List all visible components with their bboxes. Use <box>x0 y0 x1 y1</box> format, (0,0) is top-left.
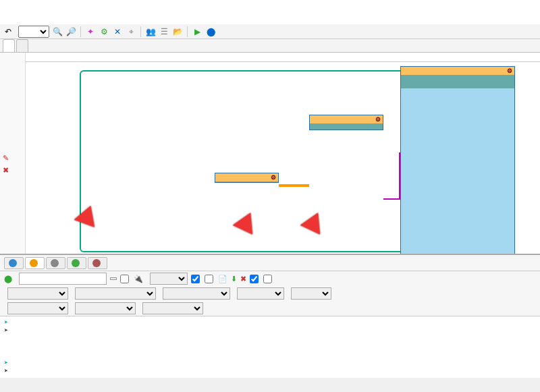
window-title <box>0 0 540 12</box>
tab-serial[interactable] <box>46 257 65 269</box>
main-toolbar: ↶ 🔍 🔎 ✦ ⚙ ✕ ⌖ 👥 ☰ 📂 ▶ ⬤ <box>0 24 540 39</box>
console-icon: ➤ <box>4 319 12 327</box>
board-more-button[interactable] <box>110 277 117 280</box>
gear-icon[interactable]: ⚙ <box>375 116 381 123</box>
console-icon: ➤ <box>4 360 12 367</box>
tool-icon[interactable]: ✖ <box>240 275 246 283</box>
console-icon: ➤ <box>4 368 12 375</box>
tab-help[interactable] <box>4 257 24 269</box>
editor-tabs <box>0 39 540 53</box>
gear-icon[interactable]: ⚙ <box>271 174 276 181</box>
ruler-horizontal <box>26 53 540 62</box>
back-icon[interactable]: ↶ <box>3 26 14 37</box>
tab-libraries[interactable] <box>88 257 107 269</box>
wire <box>383 152 400 200</box>
zoom-select[interactable] <box>18 26 49 38</box>
flashmode-select[interactable] <box>237 287 284 300</box>
sidebar-tool-icon[interactable]: ✎ <box>3 154 12 163</box>
tab-code[interactable] <box>16 39 28 52</box>
tab-platforms[interactable] <box>67 257 86 269</box>
flashfreq-select[interactable] <box>291 287 331 300</box>
design-canvas[interactable]: ⚙ ⚙ ⚙ <box>26 53 540 254</box>
coredbg-select[interactable] <box>142 302 203 314</box>
bottom-panel: ⬤ 🔌 📄 ⬇ ✖ ➤ ➤ <box>0 254 540 378</box>
tool-icon-8[interactable]: ▶ <box>192 26 202 37</box>
flashsize-select[interactable] <box>7 302 68 314</box>
block-httpclient[interactable]: ⚙ <box>309 115 383 130</box>
tool-icon-6[interactable]: ☰ <box>159 26 169 37</box>
tool-icon-1[interactable]: ✦ <box>85 26 96 37</box>
menubar <box>0 12 540 24</box>
tool-icon-9[interactable]: ⬤ <box>205 26 216 37</box>
help-icon <box>9 259 17 267</box>
tool-icon-4[interactable]: ⌖ <box>126 26 136 37</box>
tool-icon[interactable]: ⬇ <box>231 275 237 283</box>
wire <box>279 184 309 187</box>
block-ttgo-esp32[interactable]: ⚙ <box>400 66 515 254</box>
build-row-3 <box>0 301 540 316</box>
tab-main[interactable] <box>3 39 15 52</box>
tool-icon[interactable]: 📄 <box>218 275 227 283</box>
libraries-icon <box>92 259 101 267</box>
board-field[interactable] <box>19 273 107 285</box>
autoscroll-checkbox[interactable] <box>250 275 259 283</box>
sidebar-tool-icon[interactable]: ✖ <box>3 166 12 175</box>
block-clockgenerator[interactable]: ⚙ <box>215 173 279 183</box>
zoom-out-icon[interactable]: 🔎 <box>65 26 76 37</box>
tool-icon-3[interactable]: ✕ <box>112 26 123 37</box>
console-icon: ➤ <box>4 327 12 335</box>
build-console: ➤ ➤ ➤ ➤ <box>0 316 540 378</box>
build-icon <box>30 259 38 267</box>
left-sidebar: ✎ ✖ <box>0 53 26 254</box>
build-row-1: ⬤ 🔌 📄 ⬇ ✖ <box>0 271 540 286</box>
verbose2-checkbox[interactable] <box>205 275 213 283</box>
tool-icon-7[interactable]: 📂 <box>172 26 183 37</box>
build-row-2 <box>0 286 540 301</box>
serial-icon <box>51 259 59 267</box>
platforms-icon <box>72 259 80 267</box>
separator <box>140 26 141 37</box>
port-select[interactable] <box>150 273 188 285</box>
tool-icon-2[interactable]: ⚙ <box>99 26 109 37</box>
gear-icon[interactable]: ⚙ <box>507 67 512 74</box>
tool-icon-5[interactable]: 👥 <box>145 26 156 37</box>
cpufreq-select[interactable] <box>163 287 230 300</box>
partition-select[interactable] <box>75 287 156 300</box>
zoom-in-icon[interactable]: 🔍 <box>52 26 63 37</box>
upload-select[interactable] <box>75 302 136 314</box>
save-checkbox[interactable] <box>191 275 200 283</box>
separator <box>187 26 188 37</box>
separator <box>80 26 81 37</box>
timestamp-checkbox[interactable] <box>263 275 272 283</box>
tab-build[interactable] <box>25 257 45 269</box>
board-icon: ⬤ <box>4 275 12 283</box>
port-icon: 🔌 <box>134 275 143 283</box>
bottom-tabs <box>0 255 540 271</box>
psram-select[interactable] <box>7 287 68 300</box>
verbose-checkbox[interactable] <box>120 275 129 283</box>
